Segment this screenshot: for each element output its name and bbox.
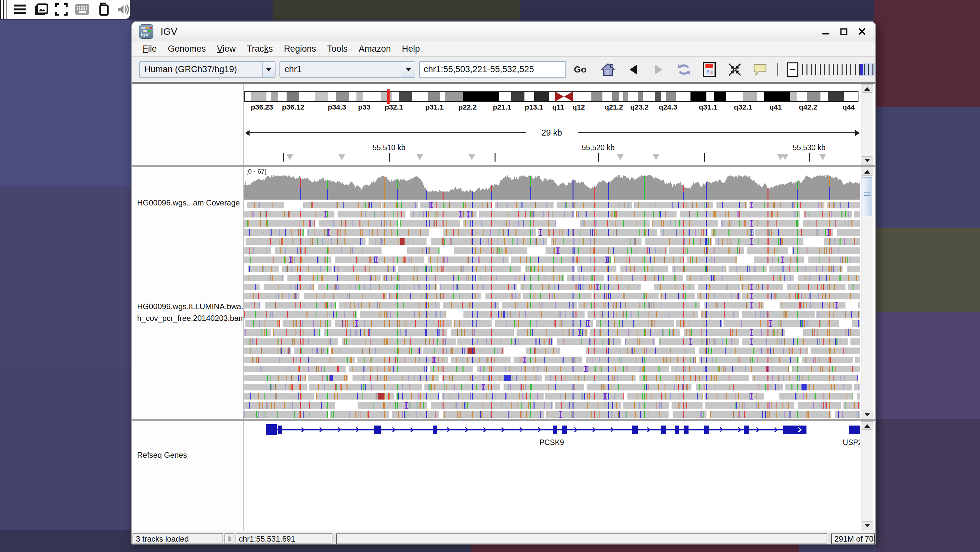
minimize-button[interactable] bbox=[821, 27, 830, 37]
read-pileup[interactable] bbox=[244, 201, 860, 419]
exon-PCSK9[interactable] bbox=[553, 426, 557, 434]
exon-PCSK9[interactable] bbox=[266, 424, 277, 435]
alignment-track-name-line1[interactable]: HG00096.wgs.ILLUMINA.bwa.G bbox=[137, 302, 249, 311]
zoom-tick bbox=[824, 64, 825, 75]
ruler-marker-triangle[interactable] bbox=[468, 154, 476, 160]
strand-arrow-icon bbox=[355, 427, 360, 434]
home-icon[interactable] bbox=[601, 62, 615, 77]
band-label-p36.12: p36.12 bbox=[282, 103, 304, 112]
gene-data-area[interactable]: PCSK9USP24 bbox=[244, 421, 860, 530]
keyboard-icon[interactable] bbox=[75, 4, 90, 15]
exon-PCSK9[interactable] bbox=[374, 426, 381, 434]
forward-arrow-icon[interactable] bbox=[651, 62, 666, 77]
ideogram-scrollbar[interactable] bbox=[861, 84, 873, 165]
exon-PCSK9[interactable] bbox=[704, 426, 709, 434]
bg-patch bbox=[0, 20, 131, 186]
alignment-track-name-line2[interactable]: h_cov_pcr_free.20140203.bam bbox=[137, 314, 245, 323]
menu-item-file[interactable]: File bbox=[137, 43, 162, 55]
window-title: IGV bbox=[161, 26, 177, 37]
fit-to-window-icon[interactable] bbox=[727, 62, 742, 77]
tooltip-bubble-icon[interactable] bbox=[753, 62, 767, 77]
scroll-up-arrow[interactable] bbox=[862, 422, 872, 430]
alignment-data-area[interactable]: [0 - 67] bbox=[244, 167, 860, 419]
clipboard-icon[interactable] bbox=[97, 3, 110, 16]
gene-scrollbar[interactable] bbox=[861, 421, 873, 530]
title-bar[interactable]: igv IGV bbox=[132, 22, 875, 41]
bg-patch bbox=[0, 186, 131, 368]
exon-PCSK9[interactable] bbox=[433, 426, 438, 434]
menu-item-amazon[interactable]: Amazon bbox=[353, 43, 396, 55]
menu-item-help[interactable]: Help bbox=[396, 43, 426, 55]
menu-item-tracks[interactable]: Tracks bbox=[242, 43, 278, 55]
menu-item-regions[interactable]: Regions bbox=[278, 43, 322, 55]
speaker-icon[interactable] bbox=[117, 3, 130, 15]
ruler-marker-triangle[interactable] bbox=[819, 154, 826, 160]
exon-PCSK9[interactable] bbox=[562, 426, 567, 434]
ruler-marker-triangle[interactable] bbox=[652, 154, 660, 160]
screens-icon[interactable] bbox=[34, 3, 48, 16]
zoom-tick bbox=[837, 64, 838, 75]
ruler-tick-label: 55,520 kb bbox=[582, 144, 614, 152]
exon-PCSK9[interactable] bbox=[278, 426, 282, 434]
exon-PCSK9[interactable] bbox=[661, 426, 666, 434]
exon-PCSK9[interactable] bbox=[744, 426, 749, 434]
gene-label-PCSK9[interactable]: PCSK9 bbox=[539, 438, 564, 447]
drag-grip[interactable] bbox=[0, 0, 6, 19]
scroll-up-arrow[interactable] bbox=[862, 168, 872, 175]
scroll-up-arrow[interactable] bbox=[862, 85, 872, 93]
back-arrow-icon[interactable] bbox=[626, 62, 640, 77]
refresh-icon[interactable] bbox=[677, 62, 691, 77]
menu-item-view[interactable]: View bbox=[212, 43, 242, 55]
snapshot-icon[interactable] bbox=[702, 62, 716, 77]
chromosome-ideogram[interactable] bbox=[244, 91, 859, 102]
ruler-tick bbox=[283, 153, 284, 161]
chromosome-band bbox=[445, 92, 463, 101]
chromosome-select-value: chr1 bbox=[280, 64, 402, 75]
exon-PCSK9[interactable] bbox=[675, 426, 679, 434]
gene-label-USP24[interactable]: USP24 bbox=[843, 438, 860, 447]
scroll-down-arrow[interactable] bbox=[862, 156, 872, 164]
exon-USP24[interactable] bbox=[849, 426, 860, 434]
ideogram-data-area[interactable]: 29 kb p36.23p36.12p34.3p33p32.1p31.1p22.… bbox=[244, 84, 860, 165]
chevron-down-icon[interactable] bbox=[402, 62, 415, 77]
fullscreen-icon[interactable] bbox=[55, 3, 68, 16]
go-button[interactable]: Go bbox=[571, 62, 590, 77]
scroll-down-arrow[interactable] bbox=[862, 411, 872, 418]
gene-body-PCSK9[interactable] bbox=[266, 429, 807, 431]
strand-arrow-icon bbox=[392, 427, 396, 434]
ruler-marker-triangle[interactable] bbox=[338, 154, 345, 160]
zoom-tick bbox=[820, 64, 821, 75]
coverage-track-name[interactable]: HG00096.wgs...am Coverage bbox=[137, 198, 240, 207]
exon-PCSK9[interactable] bbox=[783, 426, 807, 434]
chromosome-band bbox=[790, 92, 797, 101]
close-button[interactable] bbox=[857, 27, 867, 37]
band-label-p13.1: p13.1 bbox=[525, 103, 543, 112]
exon-PCSK9[interactable] bbox=[632, 426, 638, 434]
genome-select[interactable]: Human (GRCh37/hg19) bbox=[139, 61, 275, 78]
zoom-tick bbox=[868, 64, 869, 75]
zoom-out-button[interactable] bbox=[787, 62, 799, 77]
chevron-down-icon[interactable] bbox=[262, 62, 275, 77]
zoom-slider[interactable] bbox=[802, 62, 875, 77]
panel-separator[interactable] bbox=[132, 165, 875, 167]
desktop: igv IGV FileGenomesViewTracksRegionsTool… bbox=[0, 0, 980, 552]
ruler-marker-triangle[interactable] bbox=[617, 154, 624, 160]
exon-PCSK9[interactable] bbox=[684, 426, 689, 434]
coverage-histogram[interactable] bbox=[244, 174, 860, 199]
ruler-marker-triangle[interactable] bbox=[416, 154, 423, 160]
locus-input[interactable] bbox=[419, 61, 566, 78]
chromosome-select[interactable]: chr1 bbox=[280, 61, 415, 78]
chromosome-band bbox=[392, 92, 400, 101]
menu-item-genomes[interactable]: Genomes bbox=[162, 43, 212, 55]
scroll-down-arrow[interactable] bbox=[862, 522, 872, 529]
ruler-marker-triangle[interactable] bbox=[286, 154, 293, 160]
remote-control-bar bbox=[0, 0, 130, 19]
menu-item-tools[interactable]: Tools bbox=[322, 43, 353, 55]
alignment-scrollbar[interactable] bbox=[861, 167, 873, 419]
menu-icon[interactable] bbox=[14, 4, 27, 15]
panel-separator[interactable] bbox=[132, 419, 875, 421]
maximize-button[interactable] bbox=[839, 27, 849, 37]
scrollbar-thumb[interactable] bbox=[862, 177, 872, 216]
gene-track-name[interactable]: Refseq Genes bbox=[137, 451, 187, 459]
ruler-marker-triangle[interactable] bbox=[781, 154, 789, 160]
